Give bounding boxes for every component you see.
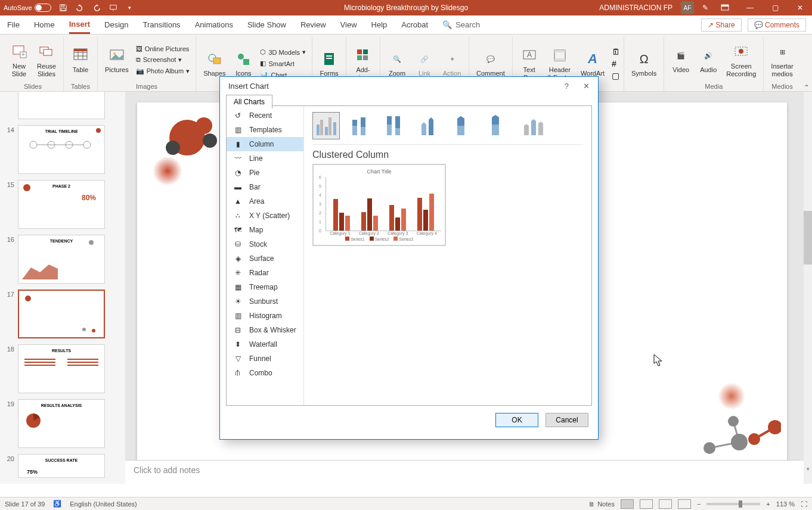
shapes-button[interactable]: Shapes <box>200 47 229 79</box>
qat-dropdown-icon[interactable]: ▾ <box>125 3 135 13</box>
subtype-stacked-column[interactable] <box>347 112 374 139</box>
search-box[interactable]: 🔍Search <box>442 17 480 33</box>
chart-category-waterfall[interactable]: ⬍Waterfall <box>227 337 303 352</box>
tab-insert[interactable]: Insert <box>69 16 90 34</box>
zoom-button[interactable]: 🔍Zoom <box>384 47 410 79</box>
subtype-3d-clustered-column[interactable] <box>416 112 444 139</box>
pen-icon[interactable]: ✎ <box>702 4 708 12</box>
object-icon[interactable]: ▢ <box>612 71 620 80</box>
video-button[interactable]: 🎬Video <box>668 43 694 76</box>
chart-category-x-y-scatter-[interactable]: ∴X Y (Scatter) <box>227 209 303 223</box>
chart-category-bar[interactable]: ▬Bar <box>227 180 303 194</box>
thumb-15[interactable]: PHASE 2 80% <box>18 180 105 229</box>
maximize-button[interactable]: ▢ <box>767 2 783 14</box>
vertical-scrollbar[interactable]: ▾ <box>804 92 812 484</box>
chart-category-histogram[interactable]: ▥Histogram <box>227 309 303 323</box>
screen-recording-button[interactable]: Screen Recording <box>723 40 760 79</box>
accessibility-icon[interactable]: ♿ <box>53 500 61 508</box>
scroll-down-icon[interactable]: ▾ <box>804 466 812 472</box>
tab-design[interactable]: Design <box>104 17 128 33</box>
ribbon-display-icon[interactable] <box>717 2 733 14</box>
tab-all-charts[interactable]: All Charts <box>226 95 272 108</box>
photo-album-button[interactable]: 📷Photo Album ▾ <box>134 66 192 76</box>
tab-review[interactable]: Review <box>300 17 326 33</box>
toggle-off-icon[interactable] <box>35 4 51 12</box>
chart-category-pie[interactable]: ◔Pie <box>227 166 303 180</box>
smartart-button[interactable]: ◧SmartArt <box>258 58 308 69</box>
share-button[interactable]: ↗ Share <box>701 18 741 32</box>
link-button[interactable]: 🔗Link <box>411 47 438 79</box>
action-button[interactable]: ✦Action <box>439 47 465 79</box>
table-button[interactable]: Table <box>67 43 94 76</box>
tab-transitions[interactable]: Transitions <box>143 17 181 33</box>
chart-preview[interactable]: Chart Title0123456Category 1Category 2Ca… <box>312 164 446 246</box>
chart-category-list[interactable]: ↺Recent▥Templates▮Column〰Line◔Pie▬Bar▲Ar… <box>227 106 304 405</box>
chart-category-templates[interactable]: ▥Templates <box>227 123 303 137</box>
thumb-16[interactable]: TENDENCY <box>18 235 105 284</box>
thumb-18[interactable]: RESULTS <box>18 344 105 393</box>
3d-models-button[interactable]: ⬡3D Models ▾ <box>258 47 308 57</box>
thumb-20[interactable]: SUCCESS RATE 75% <box>18 454 105 478</box>
zoom-handle-icon[interactable] <box>739 500 742 508</box>
subtype-100-stacked-column[interactable] <box>382 112 409 139</box>
chart-category-funnel[interactable]: ▽Funnel <box>227 352 303 366</box>
chart-category-recent[interactable]: ↺Recent <box>227 108 303 123</box>
zoom-out-icon[interactable]: − <box>697 500 701 508</box>
symbols-button[interactable]: ΩSymbols <box>628 47 660 79</box>
dialog-help-icon[interactable]: ? <box>565 82 569 91</box>
slide-number-icon[interactable]: # <box>612 59 620 69</box>
autosave-toggle[interactable]: AutoSave <box>4 4 51 12</box>
comments-button[interactable]: 💬 Comments <box>748 18 806 32</box>
chart-category-area[interactable]: ▲Area <box>227 194 303 209</box>
chart-category-treemap[interactable]: ▦Treemap <box>227 280 303 294</box>
slide-thumbnails-pane[interactable]: 14 TRIAL TIMELINE 15 PHASE 2 80% 16 TEND… <box>0 92 125 484</box>
subtype-3d-100-stacked-column[interactable] <box>485 112 513 139</box>
subtype-3d-column[interactable] <box>520 112 547 139</box>
zoom-in-icon[interactable]: + <box>766 500 770 508</box>
tab-help[interactable]: Help <box>371 17 388 33</box>
subtype-clustered-column[interactable] <box>312 112 340 139</box>
thumb-14[interactable]: TRIAL TIMELINE <box>18 125 105 174</box>
tab-view[interactable]: View <box>340 17 357 33</box>
undo-icon[interactable] <box>75 3 85 13</box>
slide-sorter-view-icon[interactable] <box>640 499 653 509</box>
comment-button[interactable]: 💬Comment <box>473 47 509 79</box>
subtype-3d-stacked-column[interactable] <box>451 112 478 139</box>
insertar-medios-button[interactable]: ⊞Insertar medios <box>767 40 796 79</box>
tab-home[interactable]: Home <box>34 17 55 33</box>
chart-category-stock[interactable]: ⛁Stock <box>227 237 303 251</box>
forms-button[interactable]: Forms <box>316 47 342 79</box>
chart-category-combo[interactable]: ⫛Combo <box>227 366 303 380</box>
zoom-level[interactable]: 113 % <box>776 500 795 508</box>
chart-category-sunburst[interactable]: ☀Sunburst <box>227 294 303 309</box>
tab-file[interactable]: File <box>7 17 20 33</box>
collapse-ribbon-icon[interactable]: ⌃ <box>804 83 810 92</box>
audio-button[interactable]: 🔊Audio <box>695 43 721 76</box>
icons-button[interactable]: Icons <box>230 47 256 79</box>
pictures-button[interactable]: Pictures <box>101 43 132 76</box>
chart-category-map[interactable]: 🗺Map <box>227 223 303 237</box>
tab-animations[interactable]: Animations <box>195 17 233 33</box>
tab-acrobat[interactable]: Acrobat <box>401 17 428 33</box>
slideshow-view-icon[interactable] <box>678 499 691 509</box>
wordart-button[interactable]: AWordArt <box>577 47 608 79</box>
thumb-13[interactable] <box>18 92 105 119</box>
reading-view-icon[interactable] <box>659 499 672 509</box>
cancel-button[interactable]: Cancel <box>546 413 588 427</box>
minimize-button[interactable]: — <box>742 2 758 14</box>
new-slide-button[interactable]: +New Slide <box>6 40 32 79</box>
slideshow-icon[interactable] <box>109 3 118 13</box>
redo-icon[interactable] <box>92 3 101 13</box>
thumb-17[interactable] <box>18 290 105 338</box>
tab-slideshow[interactable]: Slide Show <box>247 17 286 33</box>
close-button[interactable]: ✕ <box>792 2 808 14</box>
online-pictures-button[interactable]: 🖼Online Pictures <box>134 44 192 54</box>
chart-category-line[interactable]: 〰Line <box>227 151 303 166</box>
screenshot-button[interactable]: ⧉Screenshot ▾ <box>134 55 192 65</box>
chart-category-column[interactable]: ▮Column <box>227 137 303 151</box>
notes-toggle[interactable]: 🗎Notes <box>588 500 615 508</box>
thumb-19[interactable]: RESULTS ANALYSIS <box>18 399 105 448</box>
date-time-icon[interactable]: 🗓 <box>612 47 620 57</box>
dialog-close-icon[interactable]: ✕ <box>583 82 590 91</box>
fit-to-window-icon[interactable]: ⛶ <box>801 500 807 508</box>
